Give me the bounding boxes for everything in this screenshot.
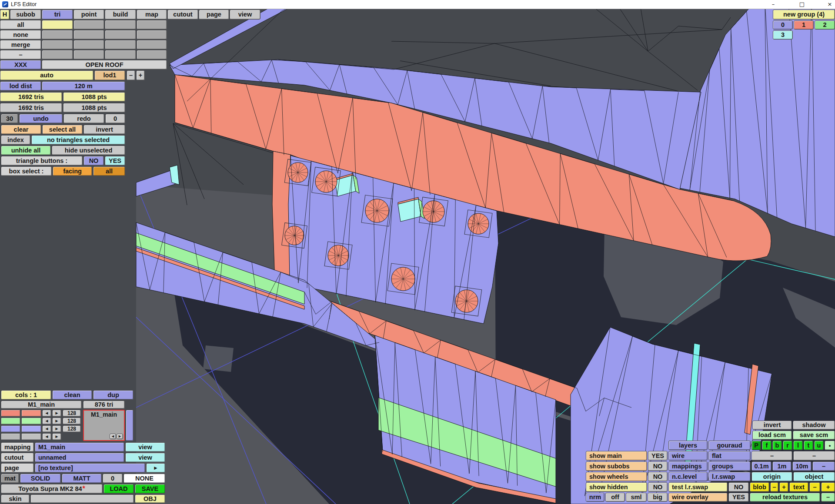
reload-textures-button[interactable]: reload textures [750, 493, 820, 502]
grid-cell[interactable] [105, 50, 136, 60]
new-group-button[interactable]: new group (4) [773, 10, 835, 20]
triangle-buttons-no[interactable]: NO [84, 156, 104, 166]
show-hidden-value[interactable]: NO [648, 482, 668, 492]
minimize-icon[interactable]: – [767, 0, 780, 8]
grid-cell[interactable] [73, 30, 104, 40]
redo-button[interactable]: redo [63, 114, 104, 123]
test-lrswap-value[interactable]: NO [728, 482, 749, 492]
show-main-button[interactable]: show main [586, 451, 647, 461]
grid-cell[interactable] [137, 20, 167, 30]
grid-0-1m-button[interactable]: 0.1m [752, 461, 772, 471]
tab-point[interactable]: point [73, 10, 104, 20]
invert-selection-button[interactable]: invert [84, 125, 125, 134]
invert-button[interactable]: invert [752, 421, 792, 430]
grid-cell[interactable] [73, 40, 104, 50]
select-none-row[interactable]: none [0, 30, 41, 40]
tab-h[interactable]: H [0, 10, 10, 20]
groups-button[interactable]: groups [708, 461, 751, 471]
color-swatch-red[interactable] [21, 410, 41, 417]
show-wheels-value[interactable]: NO [648, 472, 668, 481]
xxx-button[interactable]: XXX [0, 60, 41, 70]
save-scm-button[interactable]: save scm [793, 431, 835, 440]
select-all-row[interactable]: all [0, 20, 41, 30]
grid-dash-button[interactable]: – [812, 461, 835, 471]
show-wheels-button[interactable]: show wheels [586, 472, 647, 481]
auto-button[interactable]: auto [0, 70, 94, 80]
grid-cell[interactable] [42, 30, 73, 40]
dash-row[interactable]: – [0, 50, 41, 60]
lod1-button[interactable]: lod1 [94, 70, 125, 80]
view-right-button[interactable]: r [783, 441, 792, 450]
close-icon[interactable]: × [823, 0, 835, 8]
grid-cell[interactable] [73, 20, 104, 30]
obj-button[interactable]: OBJ [135, 494, 165, 503]
show-hidden-button[interactable]: show hidden [586, 482, 647, 492]
tab-map[interactable]: map [137, 10, 167, 20]
object-button[interactable]: object [793, 472, 835, 481]
cutout-view-button[interactable]: view [125, 453, 165, 462]
box-select-all[interactable]: all [93, 166, 125, 176]
group-1-button[interactable]: 1 [794, 20, 814, 30]
view-dot-button[interactable]: • [825, 441, 835, 450]
color-swatch-purple[interactable] [21, 425, 41, 432]
view-p-button[interactable]: P [752, 441, 761, 450]
page-value[interactable]: [no texture] [35, 463, 145, 473]
layers-button[interactable]: layers [668, 441, 708, 450]
grid-1m-button[interactable]: 1m [772, 461, 792, 471]
prev-arrow[interactable]: ◄ [110, 434, 116, 439]
clear-button[interactable]: clear [1, 125, 41, 134]
flat-dash-2[interactable]: – [793, 451, 835, 461]
mapping-view-button[interactable]: view [125, 442, 165, 452]
gouraud-button[interactable]: gouraud [708, 441, 751, 450]
tab-tri[interactable]: tri [42, 10, 73, 20]
show-main-value[interactable]: YES [648, 451, 668, 461]
load-scm-button[interactable]: load scm [752, 431, 792, 440]
mat-value[interactable]: 0 [103, 474, 123, 483]
mat-solid-button[interactable]: SOLID [20, 474, 61, 483]
prev-arrow[interactable]: ◄ [42, 418, 51, 424]
save-button[interactable]: SAVE [135, 484, 165, 494]
grid-cell[interactable] [73, 50, 104, 60]
group-2-button[interactable]: 2 [815, 20, 835, 30]
blob-plus-button[interactable]: + [779, 482, 788, 492]
wire-overlay-value[interactable]: YES [728, 493, 749, 502]
tab-cutout[interactable]: cutout [167, 10, 198, 20]
show-subobs-button[interactable]: show subobs [586, 461, 647, 471]
hide-unselected-button[interactable]: hide unselected [52, 146, 125, 155]
lrswap-button[interactable]: l.r.swap [708, 472, 751, 481]
view-left-button[interactable]: l [793, 441, 803, 450]
grid-10m-button[interactable]: 10m [792, 461, 812, 471]
grid-cell[interactable] [105, 40, 136, 50]
lod-dist-value[interactable]: 120 m [42, 81, 125, 91]
next-arrow[interactable]: ► [52, 433, 61, 440]
color-swatch-green[interactable] [21, 418, 41, 424]
skin-button[interactable]: skin [1, 494, 30, 503]
group-3-button[interactable]: 3 [773, 30, 793, 40]
texture-preview[interactable]: M1_main ◄ ► [83, 410, 125, 441]
text-minus-button[interactable]: – [809, 482, 820, 492]
select-all-button[interactable]: select all [42, 125, 83, 134]
origin-button[interactable]: origin [752, 472, 792, 481]
mat-matt-button[interactable]: MATT [62, 474, 102, 483]
lod-dist-label[interactable]: lod dist [0, 81, 41, 91]
skin-value[interactable] [30, 494, 134, 503]
open-roof-button[interactable]: OPEN ROOF [42, 60, 167, 70]
next-arrow[interactable]: ► [117, 434, 123, 439]
mat-none-button[interactable]: NONE [124, 474, 165, 483]
grid-cell[interactable] [105, 20, 136, 30]
page-next-icon[interactable]: ► [146, 463, 165, 473]
load-button[interactable]: LOAD [104, 484, 134, 494]
box-select-facing[interactable]: facing [53, 166, 92, 176]
group-0-button[interactable]: 0 [773, 20, 793, 30]
wire-button[interactable]: wire [668, 451, 708, 461]
unhide-all-button[interactable]: unhide all [1, 146, 51, 155]
lod-minus-button[interactable]: – [127, 70, 135, 80]
grid-cell[interactable] [42, 20, 73, 30]
tab-build[interactable]: build [105, 10, 136, 20]
view-front-button[interactable]: f [762, 441, 772, 450]
flat-dash-1[interactable]: – [752, 451, 792, 461]
grid-cell[interactable] [137, 40, 167, 50]
show-subobs-value[interactable]: NO [648, 461, 668, 471]
nrm-big-button[interactable]: big [648, 493, 668, 502]
nrm-sml-button[interactable]: sml [626, 493, 647, 502]
